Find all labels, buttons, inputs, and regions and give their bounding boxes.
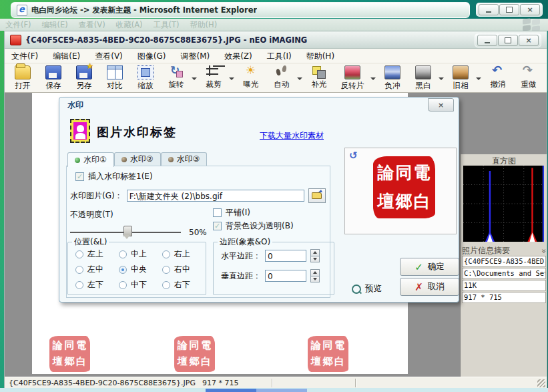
insert-watermark-checkbox[interactable]: ✓ bbox=[75, 172, 84, 181]
screen: 电白同乡论坛 -> 发表新主题 - Microsoft Internet Exp… bbox=[0, 0, 548, 392]
negative-button[interactable]: 负冲 bbox=[377, 65, 408, 91]
status-filename: {C40F5CE9-A835-4BED-9C20-8675C88E3675}.J… bbox=[5, 379, 202, 387]
save-as-button[interactable]: 另存 bbox=[69, 65, 99, 91]
cancel-button[interactable]: ✗ 取消 bbox=[400, 278, 459, 296]
old-photo-icon bbox=[453, 65, 469, 79]
ie-menu-help[interactable]: 帮助(H) bbox=[190, 20, 218, 30]
save-button[interactable]: 保存 bbox=[38, 65, 69, 91]
menu-adjust[interactable]: 调整(M) bbox=[180, 51, 210, 62]
v-margin-row: 垂直边距： 0 bbox=[221, 269, 320, 282]
black-white-button[interactable]: 黑白 bbox=[408, 65, 439, 91]
ie-statusbar-segment bbox=[256, 389, 307, 392]
tile-label: 平铺(I) bbox=[226, 207, 250, 218]
position-bottom-left[interactable]: 左下 bbox=[75, 279, 103, 290]
position-top-right[interactable]: 右上 bbox=[162, 248, 190, 260]
reversal-dropdown-arrow[interactable] bbox=[370, 80, 377, 89]
position-top-center[interactable]: 中上 bbox=[119, 248, 147, 260]
ok-button[interactable]: ✓ 确定 bbox=[400, 258, 459, 276]
ie-menu-favorites[interactable]: 收藏(A) bbox=[116, 20, 143, 30]
transparent-bg-checkbox[interactable]: ✓ bbox=[213, 222, 222, 230]
rotate-dropdown-arrow[interactable] bbox=[192, 80, 198, 89]
compare-button[interactable]: 对比 bbox=[99, 65, 130, 91]
v-margin-label: 垂直边距： bbox=[221, 270, 261, 282]
tab-watermark-1[interactable]: 水印① bbox=[67, 152, 114, 167]
status-dimensions: 917 * 715 bbox=[202, 379, 245, 387]
tab-watermark-2[interactable]: 水印② bbox=[114, 152, 161, 166]
open-button[interactable]: 打开 bbox=[7, 65, 38, 91]
bw-dropdown-arrow[interactable] bbox=[439, 80, 445, 89]
black-white-icon bbox=[415, 65, 431, 79]
floppy-star-icon bbox=[76, 65, 92, 79]
old-photo-button[interactable]: 旧相 bbox=[445, 65, 476, 91]
exposure-button[interactable]: 曝光 bbox=[236, 65, 266, 89]
ie-menu-view[interactable]: 查看(V) bbox=[79, 20, 105, 30]
rotate-button[interactable]: 旋转 bbox=[161, 65, 192, 89]
photo-info-rows: {C40F5CE9-A835-4BED- C:\Documents and Se… bbox=[462, 256, 546, 303]
chevron-double-down-icon[interactable]: » bbox=[539, 248, 547, 253]
position-top-left[interactable]: 左上 bbox=[75, 248, 103, 260]
photo-info-header[interactable]: 照片信息摘要 » bbox=[462, 245, 546, 256]
download-watermarks-link[interactable]: 下载大量水印素材 bbox=[260, 130, 324, 142]
info-row-dimensions: 917 * 715 bbox=[462, 292, 546, 303]
menu-edit[interactable]: 编辑(E) bbox=[53, 51, 80, 62]
auto-dropdown-arrow[interactable] bbox=[297, 80, 304, 89]
fill-light-icon bbox=[312, 65, 326, 78]
restore-icon[interactable] bbox=[498, 35, 518, 46]
close-icon[interactable]: × bbox=[428, 98, 454, 112]
watermark-image-path-input[interactable]: F:\新建文件夹 (2)\bbs.gif bbox=[127, 190, 304, 202]
v-margin-spinner[interactable] bbox=[310, 269, 320, 282]
preview-button[interactable]: 预览 bbox=[352, 283, 382, 295]
status-bar: {C40F5CE9-A835-4BED-9C20-8675C88E3675}.J… bbox=[5, 377, 547, 389]
magnifier-icon bbox=[352, 284, 361, 294]
undo-button[interactable]: 撤消 bbox=[483, 65, 513, 89]
position-mid-right[interactable]: 右中 bbox=[162, 264, 190, 275]
compare-icon bbox=[107, 65, 123, 79]
ie-menu-edit[interactable]: 编辑(E) bbox=[42, 20, 68, 30]
menu-file[interactable]: 文件(F) bbox=[11, 51, 38, 62]
crop-icon bbox=[206, 65, 221, 78]
redo-button[interactable]: 重做 bbox=[513, 65, 544, 89]
crop-dropdown-arrow[interactable] bbox=[229, 80, 236, 89]
opacity-value: 50% bbox=[189, 228, 207, 237]
h-margin-spinner[interactable] bbox=[310, 249, 320, 262]
restore-icon[interactable] bbox=[499, 4, 519, 15]
position-bottom-right[interactable]: 右下 bbox=[162, 279, 190, 290]
menu-help[interactable]: 帮助(H) bbox=[306, 51, 334, 62]
minimize-icon[interactable] bbox=[477, 35, 497, 46]
opacity-slider-thumb[interactable] bbox=[123, 226, 132, 236]
h-margin-input[interactable]: 0 bbox=[265, 250, 306, 262]
menu-tools[interactable]: 工具(I) bbox=[267, 51, 292, 62]
zoom-button[interactable]: 缩放 bbox=[130, 65, 161, 91]
neo-window-title: {C40F5CE9-A835-4BED-9C20-8675C88E3675}.J… bbox=[25, 35, 307, 45]
position-center[interactable]: 中央 bbox=[119, 264, 147, 275]
dot-icon bbox=[168, 157, 174, 162]
refresh-icon[interactable]: ↺ bbox=[349, 150, 358, 162]
close-icon[interactable]: × bbox=[519, 35, 539, 46]
sun-icon bbox=[244, 65, 258, 78]
margin-group: 边距(象素&O) bbox=[213, 236, 334, 295]
minimize-icon[interactable] bbox=[479, 4, 499, 15]
menu-image[interactable]: 图像(G) bbox=[138, 51, 166, 62]
watermark-tabs: 水印① 水印② 水印③ bbox=[67, 152, 207, 167]
menu-effects[interactable]: 效果(Z) bbox=[224, 51, 252, 62]
auto-button[interactable]: 自动 bbox=[266, 65, 297, 89]
resize-grip[interactable] bbox=[537, 379, 545, 387]
v-margin-input[interactable]: 0 bbox=[265, 270, 306, 282]
browse-button[interactable] bbox=[308, 188, 326, 203]
tab-watermark-3[interactable]: 水印③ bbox=[161, 152, 208, 166]
watermark-dialog: 水印 × 图片水印标签 下载大量水印素材 水印① 水印② 水印③ ✓ 插入水印标… bbox=[59, 97, 459, 303]
ie-menu-tools[interactable]: 工具(T) bbox=[154, 20, 180, 30]
tile-checkbox[interactable] bbox=[213, 208, 222, 217]
ie-page-icon bbox=[17, 5, 27, 16]
position-mid-left[interactable]: 左中 bbox=[75, 264, 103, 275]
close-icon[interactable]: × bbox=[520, 4, 540, 15]
position-bottom-center[interactable]: 中下 bbox=[119, 279, 147, 290]
ie-menu-file[interactable]: 文件(F) bbox=[5, 20, 31, 30]
fill-light-button[interactable]: 补光 bbox=[304, 65, 334, 89]
stamp-icon bbox=[70, 119, 90, 143]
menu-view[interactable]: 查看(V) bbox=[95, 51, 123, 62]
reversal-film-button[interactable]: 反转片 bbox=[334, 65, 370, 91]
crop-button[interactable]: 裁剪 bbox=[198, 65, 229, 89]
margin-group-label: 边距(象素&O) bbox=[218, 236, 272, 248]
old-photo-dropdown-arrow[interactable] bbox=[476, 80, 483, 89]
